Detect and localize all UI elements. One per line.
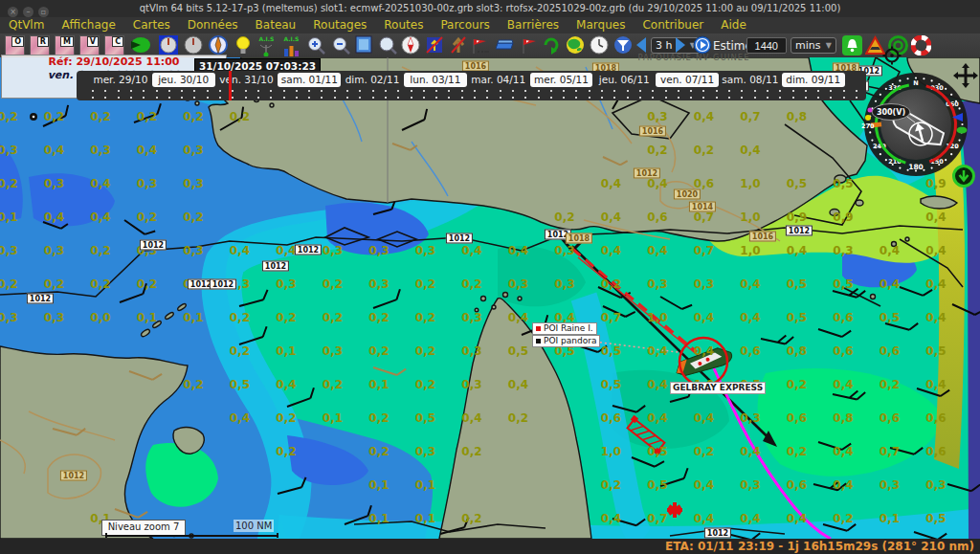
timeline-tick: [486, 90, 488, 92]
timeline-tick: [830, 97, 832, 99]
timeline-day-6[interactable]: mar. 04/11: [467, 73, 530, 87]
estime-unit-select[interactable]: mins▼: [791, 37, 836, 54]
timeline-tick: [283, 90, 285, 92]
menu-item-marques[interactable]: Marques: [568, 17, 634, 33]
timeline-day-2[interactable]: ven. 31/10: [215, 73, 278, 87]
menu-item-qtvlm[interactable]: QtVlm: [0, 17, 53, 33]
timeline-day-0[interactable]: mer. 29/10: [89, 73, 152, 87]
menu-item-contribuer[interactable]: Contribuer: [634, 17, 712, 33]
timeline-tick: [397, 97, 399, 99]
grib-file-icon[interactable]: [496, 35, 516, 55]
timeline-tick: [92, 97, 94, 99]
timeline-tick: [219, 97, 221, 99]
poi-label-1[interactable]: POI pandora: [532, 335, 600, 347]
window-title: qtVlm 64 bits 5.12-17-p3 (meltemus) slot…: [140, 3, 841, 13]
timeline-tick: [308, 97, 310, 99]
timeline-tick: [448, 90, 450, 92]
menu-item-routages[interactable]: Routages: [304, 17, 375, 33]
timeline-day-5[interactable]: lun. 03/11: [404, 73, 467, 87]
timeline-tick: [779, 90, 781, 92]
zoom-out-icon[interactable]: [331, 35, 351, 55]
menu-item-cartes[interactable]: Cartes: [124, 17, 179, 33]
region-label: PAPOUASIE-NV-GUINEE: [627, 53, 761, 62]
timeline-tick: [359, 97, 361, 99]
chart-letter: V: [87, 36, 99, 47]
map-canvas[interactable]: 0,20,20,20,20,20,20,30,40,70,80,30,30,40…: [0, 57, 980, 539]
timeline-tick: [193, 90, 195, 92]
timeline-tick: [435, 90, 437, 92]
timeline-tick: [130, 90, 132, 92]
chart-m-button[interactable]: M: [55, 35, 75, 55]
timeline-tick: [397, 90, 399, 92]
zoom-in-icon[interactable]: [306, 35, 326, 55]
menu-item-aide[interactable]: Aide: [712, 17, 755, 33]
alarms-bell-icon[interactable]: [842, 35, 862, 55]
timeline-tick: [716, 90, 718, 92]
lifebuoy-icon[interactable]: [911, 35, 931, 55]
timeline-day-11[interactable]: dim. 09/11: [782, 73, 845, 87]
meteotable-icon[interactable]: [131, 35, 151, 55]
timeline-tick: [385, 90, 387, 92]
maximize-window-button[interactable]: ▫: [38, 7, 49, 17]
timeline-day-9[interactable]: ven. 07/11: [656, 73, 719, 87]
wind-overlay-icon[interactable]: [521, 35, 541, 55]
timeline-tick: [792, 90, 794, 92]
timeline-tick: [754, 97, 756, 99]
timeline-day-8[interactable]: jeu. 06/11: [592, 73, 656, 87]
instruments-dial-blue-icon[interactable]: [159, 35, 179, 55]
hide-routes-icon[interactable]: [425, 35, 445, 55]
close-window-button[interactable]: ×: [8, 7, 18, 17]
timeline-tick: [575, 97, 577, 99]
timeline-slider[interactable]: mer. 29/10jeu. 30/10ven. 31/10sam. 01/11…: [77, 71, 866, 100]
timeline-day-7[interactable]: mer. 05/11: [530, 73, 593, 87]
zoom-area-icon[interactable]: [355, 35, 372, 55]
scale-label: 100 NM: [234, 520, 274, 532]
timeline-tick: [627, 90, 629, 92]
timeline-tick: [702, 97, 704, 99]
wind-arrows-icon[interactable]: [471, 35, 491, 55]
minimize-window-button[interactable]: –: [23, 7, 33, 17]
hide-estime-icon[interactable]: [449, 35, 469, 55]
instruments-dial-gray-icon[interactable]: [184, 35, 204, 55]
zoom-fit-icon[interactable]: [377, 35, 397, 55]
menu-item-parcours[interactable]: Parcours: [432, 17, 498, 33]
menu-item-affichage[interactable]: Affichage: [53, 17, 123, 33]
grib-reload-icon[interactable]: [542, 35, 562, 55]
timeline-day-4[interactable]: dim. 02/11: [341, 73, 404, 87]
timeline-tick: [678, 90, 679, 92]
center-boat-button[interactable]: [951, 164, 976, 188]
menu-item-barrières[interactable]: Barrières: [499, 17, 568, 33]
menu-item-bateau[interactable]: Bateau: [247, 17, 305, 33]
chart-c-button[interactable]: C: [104, 35, 124, 55]
poi-label-0[interactable]: POI Raine I.: [532, 322, 597, 335]
ais-targets-icon[interactable]: A.I.S: [256, 35, 277, 55]
compass-marker-yellow: [865, 115, 871, 121]
poi-circle-icon[interactable]: [882, 46, 902, 65]
timeline-day-1[interactable]: jeu. 30/10: [152, 73, 215, 87]
poi-pin-icon[interactable]: [30, 113, 37, 121]
estime-duration-input[interactable]: [746, 37, 787, 54]
timeline-day-3[interactable]: sam. 01/11: [278, 73, 341, 87]
chart-v-button[interactable]: V: [79, 35, 100, 55]
clock-icon[interactable]: [590, 35, 610, 55]
timeline-cursor[interactable]: [229, 71, 232, 100]
chart-r-button[interactable]: R: [30, 35, 50, 55]
menu-item-données[interactable]: Données: [179, 17, 247, 33]
timeline-tick: [257, 97, 259, 99]
timeline-tick: [232, 90, 234, 92]
timeline-tick: [500, 97, 501, 99]
compass-instrument-icon[interactable]: [209, 35, 229, 55]
daynight-bulb-icon[interactable]: [235, 35, 251, 55]
svg-text:180: 180: [908, 163, 924, 171]
chart-o-button[interactable]: O: [5, 35, 25, 55]
pan-cross-icon[interactable]: [953, 63, 978, 88]
ais-list-icon[interactable]: A.I.S: [281, 35, 301, 55]
timeline-tick: [245, 97, 247, 99]
locate-boat-icon[interactable]: [401, 35, 421, 55]
download-grib-globe-icon[interactable]: [566, 35, 586, 55]
timeline-tick: [550, 90, 552, 92]
title-bar: ×–▫ qtVlm 64 bits 5.12-17-p3 (meltemus) …: [0, 0, 980, 17]
menu-item-routes[interactable]: Routes: [375, 17, 432, 33]
timeline-tick: [639, 90, 641, 92]
timeline-day-10[interactable]: sam. 08/11: [719, 73, 782, 87]
